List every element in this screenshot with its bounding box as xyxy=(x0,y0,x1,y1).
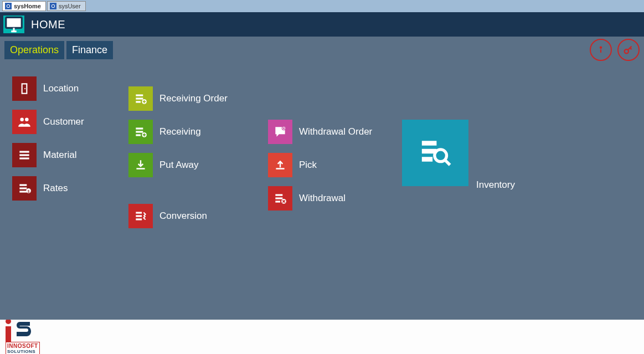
menu-rates[interactable]: $ Rates xyxy=(12,176,68,201)
svg-point-35 xyxy=(435,150,447,162)
svg-rect-9 xyxy=(19,154,29,156)
menu-withdrawal-order[interactable]: Withdrawal Order xyxy=(268,120,372,144)
menu-label: Withdrawal Order xyxy=(299,126,372,137)
menu-label: Put Away xyxy=(159,160,199,171)
svg-point-1 xyxy=(600,47,602,49)
menu-material[interactable]: Material xyxy=(12,143,76,167)
swap-icon xyxy=(128,204,153,228)
svg-rect-21 xyxy=(136,131,143,132)
menu-label: Withdrawal xyxy=(299,193,346,204)
menu-label: Customer xyxy=(43,116,84,127)
window-tab-label: sysHome xyxy=(14,3,41,9)
tab-operations[interactable]: Operations xyxy=(4,41,64,59)
svg-rect-8 xyxy=(19,151,29,152)
svg-rect-22 xyxy=(136,134,141,136)
brand-sub: SOLUTIONS xyxy=(7,349,38,354)
svg-rect-17 xyxy=(136,98,143,99)
footer: INNOSOFT SOLUTIONS xyxy=(0,320,644,354)
brand-name: INNOSOFT xyxy=(7,343,38,349)
toolbar: Operations Finance xyxy=(0,37,644,63)
svg-point-6 xyxy=(20,117,24,121)
svg-rect-10 xyxy=(19,157,29,159)
content-area: Location Customer Material $ Rates Recei… xyxy=(0,63,644,320)
svg-rect-13 xyxy=(19,191,27,192)
svg-point-5 xyxy=(24,88,25,89)
svg-rect-16 xyxy=(136,94,143,96)
download-icon xyxy=(128,153,153,177)
menu-label: Rates xyxy=(43,183,68,194)
menu-label: Pick xyxy=(299,160,317,171)
key-button[interactable] xyxy=(617,39,640,61)
page-title: HOME xyxy=(31,18,65,31)
svg-rect-18 xyxy=(136,101,141,102)
list-remove-icon xyxy=(268,186,292,211)
menu-withdrawal[interactable]: Withdrawal xyxy=(268,186,346,211)
svg-rect-20 xyxy=(136,127,143,129)
menu-put-away[interactable]: Put Away xyxy=(128,153,199,177)
svg-rect-12 xyxy=(19,187,27,189)
svg-rect-34 xyxy=(422,157,432,161)
svg-rect-30 xyxy=(275,201,280,202)
svg-point-7 xyxy=(25,117,29,121)
menu-label: Material xyxy=(43,150,76,161)
svg-text:$: $ xyxy=(28,189,30,193)
menu-pick[interactable]: Pick xyxy=(268,153,317,177)
menu-location[interactable]: Location xyxy=(12,76,79,101)
menu-label: Receiving xyxy=(159,126,201,137)
menu-label: Receiving Order xyxy=(159,93,228,104)
svg-rect-0 xyxy=(6,17,22,28)
svg-rect-11 xyxy=(19,184,27,186)
list-add-icon xyxy=(128,86,153,111)
svg-rect-32 xyxy=(422,141,437,145)
info-button[interactable] xyxy=(590,39,612,61)
window-tabs: sysHome sysUser xyxy=(0,0,644,12)
list-icon xyxy=(12,143,37,167)
svg-rect-29 xyxy=(275,197,282,199)
svg-rect-25 xyxy=(136,215,142,217)
menu-customer[interactable]: Customer xyxy=(12,110,84,134)
menu-label: Conversion xyxy=(159,211,207,222)
money-icon: $ xyxy=(12,176,37,201)
header: HOME xyxy=(0,12,644,37)
tile-inventory[interactable] xyxy=(402,120,468,186)
tab-finance[interactable]: Finance xyxy=(66,41,113,59)
menu-label: Inventory xyxy=(476,179,515,191)
window-tab-label: sysUser xyxy=(59,3,81,9)
menu-receiving-order[interactable]: Receiving Order xyxy=(128,86,228,111)
menu-receiving[interactable]: Receiving xyxy=(128,120,201,144)
monitor-icon xyxy=(3,16,24,33)
svg-rect-28 xyxy=(275,194,282,196)
users-icon xyxy=(12,110,37,134)
app-icon xyxy=(5,3,12,9)
search-list-icon xyxy=(419,137,451,169)
door-icon xyxy=(12,76,37,101)
menu-label: Location xyxy=(43,83,79,94)
window-tab-sysuser[interactable]: sysUser xyxy=(47,1,86,11)
chat-icon xyxy=(268,120,292,144)
svg-rect-24 xyxy=(136,212,142,213)
app-icon xyxy=(50,3,56,9)
svg-rect-26 xyxy=(136,218,142,220)
menu-conversion[interactable]: Conversion xyxy=(128,204,207,228)
brand-logo: INNOSOFT SOLUTIONS xyxy=(6,319,40,354)
window-tab-syshome[interactable]: sysHome xyxy=(2,1,46,11)
list-add-icon xyxy=(128,120,153,144)
upload-icon xyxy=(268,153,292,177)
svg-point-2 xyxy=(625,49,628,53)
